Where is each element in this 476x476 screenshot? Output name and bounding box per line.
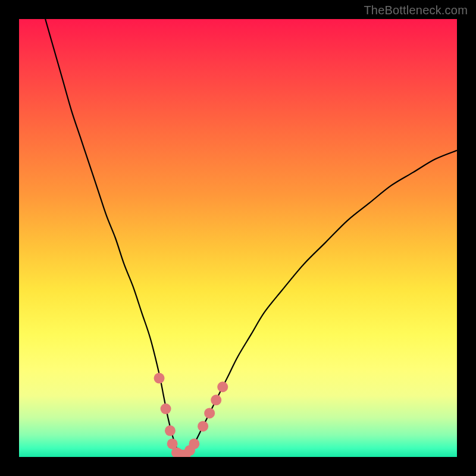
marker-dot [154, 373, 165, 384]
marker-dot [161, 403, 171, 414]
plot-area [19, 19, 457, 457]
marker-dot [204, 408, 215, 418]
marker-dot [165, 425, 176, 436]
marker-dot [211, 394, 221, 405]
marker-dot [217, 381, 228, 392]
bottleneck-curve [45, 19, 457, 455]
marker-dot [198, 421, 208, 431]
watermark-label: TheBottleneck.com [364, 4, 468, 17]
curve-layer [19, 19, 457, 457]
marker-dots [154, 373, 228, 457]
chart-frame: TheBottleneck.com [0, 0, 476, 476]
marker-dot [189, 439, 199, 449]
